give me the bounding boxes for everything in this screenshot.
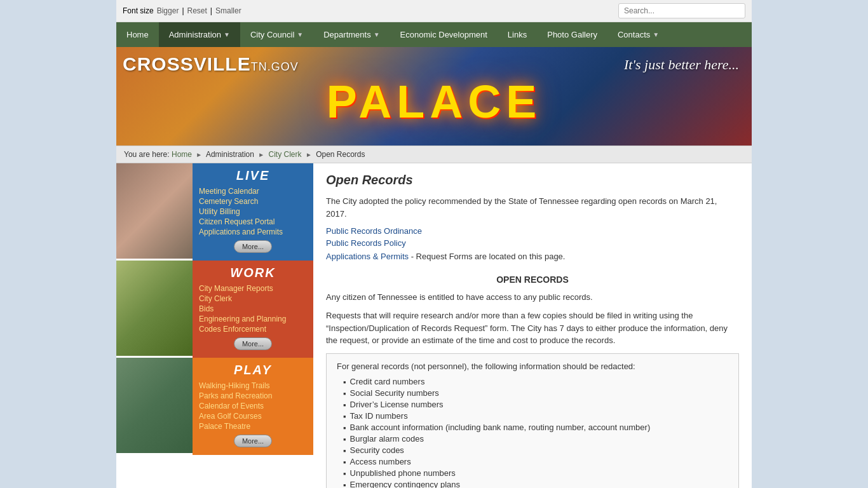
breadcrumb-administration: Administration xyxy=(206,150,254,159)
sidebar-work-section: WORK City Manager Reports City Clerk Bid… xyxy=(116,261,313,358)
nav-contacts[interactable]: Contacts ▼ xyxy=(607,22,669,47)
open-records-para2: Requests that will require research and/… xyxy=(326,309,739,347)
nav-city-council[interactable]: City Council ▼ xyxy=(240,22,313,47)
work-title: WORK xyxy=(199,266,307,280)
sidebar-play-section: PLAY Walking-Hiking Trails Parks and Rec… xyxy=(116,358,313,455)
administration-arrow: ▼ xyxy=(224,31,230,38)
open-records-para1: Any citizen of Tennessee is entitled to … xyxy=(326,291,739,304)
breadcrumb-home[interactable]: Home xyxy=(172,150,192,159)
play-link-2[interactable]: Calendar of Events xyxy=(199,402,307,410)
tagline: It's just better here... xyxy=(624,57,739,73)
play-title: PLAY xyxy=(199,363,307,377)
bigger-link[interactable]: Bigger xyxy=(157,6,179,15)
logo-area: CROSSVILLETN.GOV xyxy=(123,53,299,75)
redact-box: For general records (not personnel), the… xyxy=(326,353,739,489)
font-size-label: Font size xyxy=(123,6,154,15)
play-image xyxy=(116,358,193,453)
live-image xyxy=(116,163,193,259)
sidebar-live-content: LIVE Meeting Calendar Cemetery Search Ut… xyxy=(193,163,313,261)
redact-intro: For general records (not personnel), the… xyxy=(337,362,728,371)
live-link-0[interactable]: Meeting Calendar xyxy=(199,187,307,196)
city-council-arrow: ▼ xyxy=(297,31,303,38)
contacts-arrow: ▼ xyxy=(653,31,659,38)
applications-paragraph: Applications & Permits - Request Forms a… xyxy=(326,250,739,263)
play-link-4[interactable]: Palace Theatre xyxy=(199,422,307,431)
live-link-3[interactable]: Citizen Request Portal xyxy=(199,217,307,226)
smaller-link[interactable]: Smaller xyxy=(215,6,241,15)
intro-paragraph: The City adopted the policy recommended … xyxy=(326,195,739,220)
nav-home[interactable]: Home xyxy=(116,22,159,47)
redact-item-0: Credit card numbers xyxy=(343,376,728,388)
nav-departments[interactable]: Departments ▼ xyxy=(313,22,390,47)
search-input[interactable] xyxy=(618,3,745,18)
work-link-3[interactable]: Engineering and Planning xyxy=(199,315,307,323)
live-link-1[interactable]: Cemetery Search xyxy=(199,197,307,206)
work-links: City Manager Reports City Clerk Bids Eng… xyxy=(199,284,307,334)
search-area xyxy=(618,3,745,18)
play-link-0[interactable]: Walking-Hiking Trails xyxy=(199,381,307,390)
live-link-2[interactable]: Utility Billing xyxy=(199,207,307,216)
site-logo: CROSSVILLETN.GOV xyxy=(123,53,299,75)
sidebar: LIVE Meeting Calendar Cemetery Search Ut… xyxy=(116,163,313,488)
departments-arrow: ▼ xyxy=(374,31,380,38)
you-are-here: You are here: xyxy=(124,150,170,159)
redact-item-8: Unpublished phone numbers xyxy=(343,468,728,479)
redact-item-5: Burglar alarm codes xyxy=(343,433,728,445)
live-title: LIVE xyxy=(199,168,307,183)
breadcrumb-city-clerk[interactable]: City Clerk xyxy=(269,150,302,159)
reset-link[interactable]: Reset xyxy=(187,6,207,15)
sidebar-play-content: PLAY Walking-Hiking Trails Parks and Rec… xyxy=(193,358,313,455)
main-nav: Home Administration ▼ City Council ▼ Dep… xyxy=(116,22,752,47)
sidebar-work-content: WORK City Manager Reports City Clerk Bid… xyxy=(193,261,313,358)
font-size-controls: Font size Bigger | Reset | Smaller xyxy=(123,6,241,15)
nav-administration[interactable]: Administration ▼ xyxy=(159,22,240,47)
open-records-section-title: OPEN RECORDS xyxy=(326,274,739,285)
palace-text: PALACE xyxy=(116,76,752,128)
redact-item-9: Emergency contingency plans xyxy=(343,479,728,489)
redact-item-3: Tax ID numbers xyxy=(343,410,728,422)
main-content: Open Records The City adopted the policy… xyxy=(313,163,752,488)
play-link-1[interactable]: Parks and Recreation xyxy=(199,391,307,400)
work-link-4[interactable]: Codes Enforcement xyxy=(199,325,307,334)
header-banner: CROSSVILLETN.GOV It's just better here..… xyxy=(116,47,752,146)
live-link-4[interactable]: Applications and Permits xyxy=(199,227,307,236)
live-more-button[interactable]: More... xyxy=(234,240,272,253)
play-more-button[interactable]: More... xyxy=(234,435,272,447)
sidebar-live-section: LIVE Meeting Calendar Cemetery Search Ut… xyxy=(116,163,313,261)
redact-item-1: Social Security numbers xyxy=(343,388,728,399)
breadcrumb: You are here: Home ► Administration ► Ci… xyxy=(116,146,752,163)
work-link-1[interactable]: City Clerk xyxy=(199,294,307,303)
nav-photo-gallery[interactable]: Photo Gallery xyxy=(537,22,607,47)
live-links: Meeting Calendar Cemetery Search Utility… xyxy=(199,187,307,236)
public-records-ordinance-link[interactable]: Public Records Ordinance xyxy=(326,226,739,236)
work-link-0[interactable]: City Manager Reports xyxy=(199,284,307,293)
work-more-button[interactable]: More... xyxy=(234,337,272,350)
work-link-2[interactable]: Bids xyxy=(199,304,307,313)
page-title: Open Records xyxy=(326,173,739,187)
breadcrumb-current: Open Records xyxy=(316,150,365,159)
redact-item-4: Bank account information (including bank… xyxy=(343,422,728,433)
redact-list: Credit card numbers Social Security numb… xyxy=(337,376,728,489)
play-links: Walking-Hiking Trails Parks and Recreati… xyxy=(199,381,307,431)
nav-economic-development[interactable]: Economic Development xyxy=(390,22,498,47)
redact-item-7: Access numbers xyxy=(343,456,728,468)
top-header: Font size Bigger | Reset | Smaller xyxy=(116,0,752,22)
nav-links[interactable]: Links xyxy=(498,22,537,47)
content-wrapper: LIVE Meeting Calendar Cemetery Search Ut… xyxy=(116,163,752,488)
redact-item-6: Security codes xyxy=(343,445,728,456)
applications-permits-link[interactable]: Applications & Permits xyxy=(326,252,409,261)
work-image xyxy=(116,261,193,356)
public-records-policy-link[interactable]: Public Records Policy xyxy=(326,238,739,248)
redact-item-2: Driver’s License numbers xyxy=(343,399,728,410)
play-link-3[interactable]: Area Golf Courses xyxy=(199,412,307,421)
